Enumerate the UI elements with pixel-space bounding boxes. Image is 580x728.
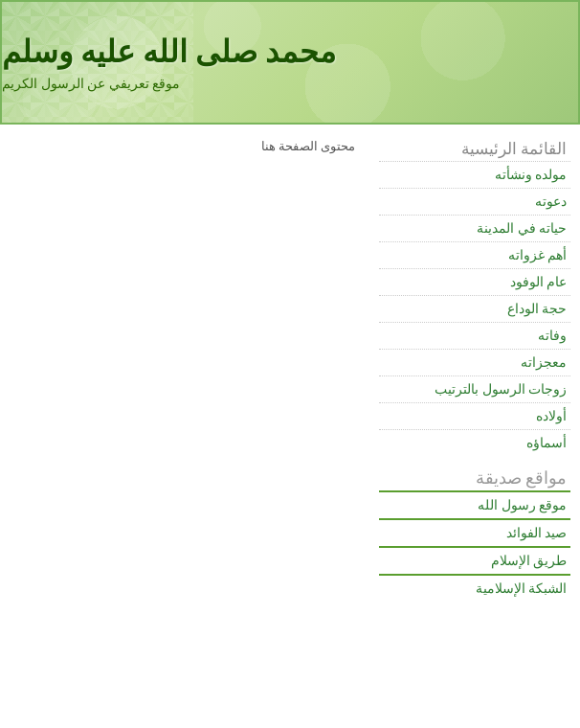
nav-item-dawah[interactable]: دعوته bbox=[379, 188, 570, 215]
content-area: محتوى الصفحة هنا bbox=[0, 134, 369, 618]
header: محمد صلى الله عليه وسلم موقع تعريفي عن ا… bbox=[0, 0, 580, 125]
nav-item-hajj[interactable]: حجة الوداع bbox=[379, 295, 570, 322]
main-nav-title: القائمة الرئيسية bbox=[379, 139, 570, 159]
sidebar: القائمة الرئيسية مولده ونشأته دعوته حيات… bbox=[369, 134, 580, 618]
nav-item-birth[interactable]: مولده ونشأته bbox=[379, 161, 570, 188]
nav-item-battles[interactable]: أهم غزواته bbox=[379, 241, 570, 268]
main-content: القائمة الرئيسية مولده ونشأته دعوته حيات… bbox=[0, 125, 580, 627]
nav-item-names[interactable]: أسماؤه bbox=[379, 429, 570, 456]
nav-item-wives[interactable]: زوجات الرسول بالترتيب bbox=[379, 375, 570, 402]
header-title: محمد صلى الله عليه وسلم bbox=[2, 34, 336, 70]
nav-item-islamic-network[interactable]: الشبكة الإسلامية bbox=[379, 574, 570, 602]
nav-item-miracles[interactable]: معجزاته bbox=[379, 349, 570, 375]
friendly-sites-section: مواقع صديقة موقع رسول الله صيد الفوائد ط… bbox=[379, 467, 570, 602]
main-nav-section: القائمة الرئيسية مولده ونشأته دعوته حيات… bbox=[379, 139, 570, 456]
nav-item-islam-path[interactable]: طريق الإسلام bbox=[379, 546, 570, 574]
nav-item-death[interactable]: وفاته bbox=[379, 322, 570, 349]
friendly-sites-title: مواقع صديقة bbox=[379, 467, 570, 489]
nav-item-sayd[interactable]: صيد الفوائد bbox=[379, 518, 570, 546]
nav-item-delegations[interactable]: عام الوفود bbox=[379, 268, 570, 295]
nav-item-children[interactable]: أولاده bbox=[379, 402, 570, 429]
content-placeholder: محتوى الصفحة هنا bbox=[14, 139, 355, 154]
header-subtitle: موقع تعريفي عن الرسول الكريم bbox=[2, 76, 180, 92]
nav-item-rasool[interactable]: موقع رسول الله bbox=[379, 490, 570, 518]
nav-item-madina[interactable]: حياته في المدينة bbox=[379, 215, 570, 241]
